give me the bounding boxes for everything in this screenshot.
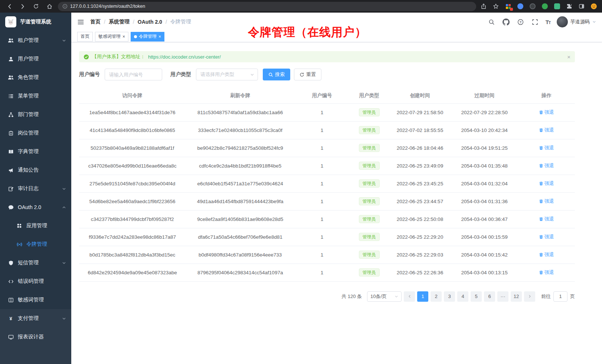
breadcrumb-system[interactable]: 系统管理 xyxy=(109,19,130,25)
force-logout-button[interactable]: 强退 xyxy=(539,145,554,151)
extension-vue-icon[interactable] xyxy=(553,3,561,10)
prev-page-button[interactable] xyxy=(404,291,415,302)
refresh-token-cell: 333ecfc71e02480cb11055c875c3ca0f xyxy=(186,121,295,139)
force-logout-button[interactable]: 强退 xyxy=(539,127,554,133)
action-cell: 强退 xyxy=(518,157,575,175)
sidebar-item-label: 报表设计器 xyxy=(18,334,44,340)
sidebar-item-notice[interactable]: 通知公告 xyxy=(0,161,71,179)
tab-sensitive-word[interactable]: 敏感词管理× xyxy=(95,32,128,42)
help-icon[interactable]: ? xyxy=(517,18,525,26)
browser-forward-button[interactable] xyxy=(18,1,27,11)
force-logout-button[interactable]: 强退 xyxy=(539,180,554,187)
browser-back-button[interactable] xyxy=(4,1,14,11)
force-logout-button[interactable]: 强退 xyxy=(539,109,554,116)
extension-green-icon[interactable] xyxy=(541,3,549,10)
chevron-down-icon xyxy=(62,187,66,191)
more-pages-button[interactable]: ··· xyxy=(497,291,508,302)
sidebar-item-sensitive-word[interactable]: 敏感词管理 xyxy=(0,291,71,309)
sidebar-item-report-designer[interactable]: 报表设计器 xyxy=(0,328,71,346)
force-logout-button[interactable]: 强退 xyxy=(539,251,554,258)
page-button-5[interactable]: 5 xyxy=(471,291,482,302)
user-menu[interactable]: 芋道源码 xyxy=(557,16,596,27)
user-type-tag: 管理员 xyxy=(359,162,380,170)
access-token-cell: 6d842e2924594de9a09e45e087323abe xyxy=(79,264,186,281)
extension-grid-icon[interactable] xyxy=(504,3,512,10)
reset-button[interactable]: 重置 xyxy=(294,69,321,80)
user-type-tag: 管理员 xyxy=(359,126,380,134)
chevron-down-icon xyxy=(62,261,66,265)
expire-time-cell: 2054-03-04 00:15:59 xyxy=(451,228,518,246)
sidebar-item-pay[interactable]: ¥ 支付管理 xyxy=(0,309,71,328)
sidebar-item-menu[interactable]: 菜单管理 xyxy=(0,87,71,105)
sidebar-item-oauth2-app[interactable]: 应用管理 xyxy=(0,216,71,235)
breadcrumb-oauth2[interactable]: OAuth 2.0 xyxy=(138,19,162,25)
sidebar-item-post[interactable]: 岗位管理 xyxy=(0,124,71,142)
sidebar-item-dict[interactable]: 字典管理 xyxy=(0,142,71,161)
page-button-4[interactable]: 4 xyxy=(457,291,468,302)
sidebar-item-tenant[interactable]: 租户管理 xyxy=(0,31,71,50)
browser-refresh-button[interactable] xyxy=(31,1,41,11)
sidebar-item-oauth2[interactable]: OAuth 2.0 xyxy=(0,198,71,216)
app-title: 芋道管理系统 xyxy=(20,19,51,25)
force-logout-button[interactable]: 强退 xyxy=(539,216,554,222)
extension-dark-icon[interactable] xyxy=(529,3,536,10)
sidebar-item-audit-log[interactable]: 审计日志 xyxy=(0,179,71,198)
chevron-down-icon xyxy=(395,295,398,298)
refresh-token-cell: cdfc4ce9c2da4bb1bdf21b9918ff4be5 xyxy=(186,157,295,175)
user-type-label: 用户类型 xyxy=(170,71,191,78)
expire-time-cell: 2054-03-04 00:36:47 xyxy=(451,210,518,228)
alert-close-icon[interactable]: × xyxy=(567,54,570,60)
user-id-label: 用户编号 xyxy=(79,71,100,78)
sidebar-item-label: 令牌管理 xyxy=(26,241,47,248)
force-logout-button[interactable]: 强退 xyxy=(539,234,554,240)
user-id-input[interactable] xyxy=(105,69,162,80)
extension-blue-icon[interactable] xyxy=(517,3,524,10)
doc-link[interactable]: https://doc.iocoder.cn/user-center/ xyxy=(148,54,221,60)
user-type-select[interactable]: 请选择用户类型 xyxy=(196,69,258,80)
force-logout-button[interactable]: 强退 xyxy=(539,198,554,205)
goto-page-input[interactable] xyxy=(553,291,567,302)
user-type-tag: 管理员 xyxy=(359,108,380,116)
sidebar-item-dept[interactable]: 部门管理 xyxy=(0,105,71,124)
site-info-icon[interactable] xyxy=(62,4,68,9)
page-button-3[interactable]: 3 xyxy=(444,291,455,302)
fullscreen-icon[interactable] xyxy=(531,18,539,26)
page-button-12[interactable]: 12 xyxy=(511,291,522,302)
search-button[interactable]: 搜索 xyxy=(263,69,290,80)
browser-home-button[interactable] xyxy=(45,1,54,11)
access-token-cell: c347026e805e4d99b0d116eae66eda8c xyxy=(79,157,186,175)
next-page-button[interactable] xyxy=(524,291,535,302)
github-icon[interactable] xyxy=(502,18,510,26)
sidebar-item-label: 租户管理 xyxy=(18,37,39,44)
user-id-cell: 1 xyxy=(295,103,349,121)
close-icon[interactable]: × xyxy=(122,34,125,39)
search-icon[interactable] xyxy=(488,18,496,26)
expire-time-cell: 2054-03-04 01:35:48 xyxy=(451,157,518,175)
hamburger-icon[interactable] xyxy=(77,19,84,26)
force-logout-button[interactable]: 强退 xyxy=(539,269,554,276)
sidebar-item-oauth2-token[interactable]: 令牌管理 xyxy=(0,235,71,254)
chevron-down-icon xyxy=(62,39,66,43)
bookmark-star-icon[interactable] xyxy=(492,3,500,10)
force-logout-button[interactable]: 强退 xyxy=(539,162,554,169)
address-bar[interactable]: 127.0.0.1:1024/system/oauth2/token xyxy=(58,2,476,11)
page-button-6[interactable]: 6 xyxy=(484,291,495,302)
sidebar-item-sms[interactable]: 短信管理 xyxy=(0,254,71,272)
user-type-cell: 管理员 xyxy=(349,210,389,228)
extensions-puzzle-icon[interactable] xyxy=(566,3,573,10)
sidebar-item-user[interactable]: 用户管理 xyxy=(0,50,71,68)
breadcrumb-home[interactable]: 首页 xyxy=(90,19,101,25)
page-button-1[interactable]: 1 xyxy=(417,291,428,302)
page-button-2[interactable]: 2 xyxy=(431,291,442,302)
tab-token[interactable]: 令牌管理× xyxy=(131,32,164,42)
sidebar-item-error-code[interactable]: 错误码管理 xyxy=(0,272,71,291)
share-icon[interactable] xyxy=(480,3,487,10)
font-size-icon[interactable]: TT xyxy=(546,19,550,25)
page-size-select[interactable]: 10条/页 xyxy=(367,291,402,302)
side-panel-icon[interactable] xyxy=(578,3,585,10)
sidebar-item-label: 应用管理 xyxy=(26,222,47,229)
browser-profile-avatar[interactable] xyxy=(590,3,598,10)
sidebar-item-role[interactable]: 角色管理 xyxy=(0,68,71,87)
tab-home[interactable]: 首页 xyxy=(77,32,93,42)
close-icon[interactable]: × xyxy=(158,34,161,39)
